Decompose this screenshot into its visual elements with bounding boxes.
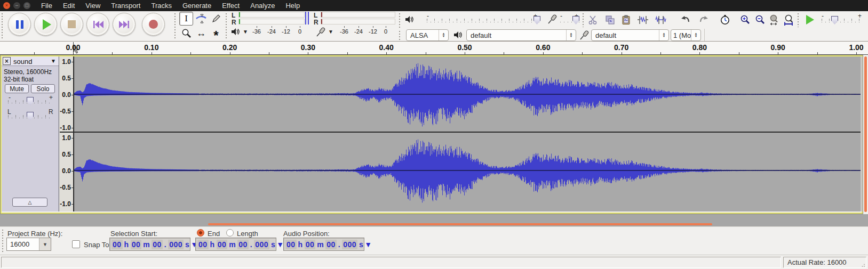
tools-toolbar-grip[interactable] — [174, 13, 177, 39]
playback-device-select[interactable]: default ▲▼ — [466, 29, 576, 41]
dropdown-arrow-icon[interactable]: ▼ — [39, 238, 51, 250]
recording-channels-select[interactable]: 1 (Mono) Inpu ▲▼ — [671, 29, 701, 41]
mixer-toolbar-grip[interactable] — [399, 13, 402, 29]
timeline-ruler[interactable]: 0.000.100.200.300.400.500.600.700.800.90… — [0, 42, 868, 55]
time-digit-group[interactable]: 00 — [112, 240, 123, 249]
fit-selection-button[interactable] — [767, 13, 781, 27]
time-digit-group[interactable]: 00 — [305, 240, 316, 249]
time-digit-group[interactable]: 00 — [217, 240, 228, 249]
envelope-tool-button[interactable] — [194, 12, 208, 26]
recording-meter-right-bar[interactable] — [321, 19, 395, 25]
horizontal-scrollbar-thumb[interactable] — [208, 223, 712, 225]
draw-tool-button[interactable] — [209, 12, 223, 26]
spinner-arrows-icon[interactable]: ▲▼ — [566, 30, 576, 40]
menu-item-analyze[interactable]: Analyze — [245, 2, 280, 10]
window-minimize-button[interactable]: – — [13, 2, 20, 9]
zoom-tool-button[interactable] — [179, 26, 193, 40]
menu-item-view[interactable]: View — [80, 2, 106, 10]
selection-toolbar-grip[interactable] — [2, 229, 5, 252]
multi-tool-button[interactable]: * — [209, 26, 223, 40]
skip-to-start-button[interactable] — [86, 13, 109, 36]
time-format-dropdown-arrow[interactable]: ▼ — [364, 240, 372, 249]
menu-item-transport[interactable]: Transport — [106, 2, 146, 10]
spinner-arrows-icon[interactable]: ▲▼ — [439, 30, 448, 40]
track-name[interactable]: sound — [13, 58, 32, 66]
skip-to-end-button[interactable] — [113, 13, 136, 36]
sync-lock-button[interactable] — [718, 13, 732, 27]
undo-button[interactable] — [679, 13, 692, 27]
play-at-speed-button[interactable] — [801, 13, 817, 27]
stop-button[interactable] — [60, 13, 83, 36]
transport-toolbar-grip[interactable] — [1, 13, 4, 39]
playback-speed-slider[interactable] — [822, 22, 862, 22]
time-digit-group[interactable]: 000 — [168, 240, 184, 249]
project-rate-select[interactable]: 16000 ▼ — [6, 238, 51, 251]
zoom-out-button[interactable] — [753, 13, 767, 27]
menu-item-tracks[interactable]: Tracks — [146, 2, 177, 10]
waveform-area[interactable] — [74, 56, 861, 211]
silence-audio-button[interactable] — [654, 13, 668, 27]
timeshift-tool-button[interactable]: ↔ — [194, 26, 208, 40]
recording-device-select[interactable]: default ▲▼ — [591, 29, 669, 41]
waveform-left-channel[interactable] — [74, 57, 861, 132]
meter-toolbar-grip[interactable] — [225, 13, 228, 39]
menu-item-effect[interactable]: Effect — [217, 2, 245, 10]
cut-button[interactable] — [586, 13, 600, 27]
waveform-right-channel[interactable] — [74, 133, 861, 208]
track-menu-dropdown-arrow[interactable]: ▼ — [51, 58, 56, 64]
vertical-scrollbar-thumb[interactable] — [864, 56, 867, 212]
resize-grip-icon[interactable] — [860, 264, 865, 268]
menu-item-edit[interactable]: Edit — [58, 2, 80, 10]
audio-host-select[interactable]: ALSA ▲▼ — [406, 29, 449, 41]
menu-item-help[interactable]: Help — [280, 2, 305, 10]
paste-button[interactable] — [619, 13, 633, 27]
pan-slider-thumb[interactable] — [27, 112, 34, 120]
menu-item-generate[interactable]: Generate — [177, 2, 217, 10]
time-digit-group[interactable]: 00 — [237, 240, 249, 249]
record-button[interactable] — [142, 13, 165, 36]
output-volume-slider-thumb[interactable] — [533, 16, 540, 25]
time-digit-group[interactable]: 00 — [325, 240, 337, 249]
recording-meter-dropdown-arrow[interactable]: ▼ — [328, 29, 333, 35]
vertical-ruler[interactable]: 1.00.50.0-0.5-1.01.00.50.0-0.5-1.0 — [60, 56, 74, 211]
time-digit-group[interactable]: 00 — [131, 240, 142, 249]
solo-button[interactable]: Solo — [31, 84, 55, 93]
playback-speed-slider-thumb[interactable] — [831, 16, 838, 25]
spinner-arrows-icon[interactable]: ▲▼ — [659, 30, 668, 40]
playback-meter-dropdown-arrow[interactable]: ▼ — [243, 29, 248, 35]
time-digit-group[interactable]: 00 — [285, 240, 297, 249]
input-volume-slider-thumb[interactable] — [572, 16, 579, 25]
transcription-toolbar-grip[interactable] — [797, 13, 800, 27]
time-digit-group[interactable]: 00 — [152, 240, 163, 249]
window-maximize-button[interactable]: □ — [23, 2, 30, 9]
selection-end-time-field[interactable]: 00h00m00.000s▼ — [195, 238, 276, 251]
pause-button[interactable] — [8, 13, 31, 36]
trim-audio-button[interactable] — [636, 13, 650, 27]
track-close-button[interactable]: × — [3, 57, 11, 65]
track-control-panel[interactable]: × sound ▼ Stereo, 16000Hz 32-bit float M… — [2, 56, 59, 211]
audio-position-time-field[interactable]: 00h00m00.000s▼ — [283, 238, 364, 251]
snap-to-checkbox[interactable] — [72, 240, 80, 248]
edit-toolbar-grip[interactable] — [582, 13, 585, 27]
time-digit-group[interactable]: 00 — [197, 240, 209, 249]
time-digit-group[interactable]: 000 — [342, 240, 357, 249]
time-digit-group[interactable]: 000 — [254, 240, 269, 249]
fit-project-button[interactable] — [782, 13, 796, 27]
selection-tool-button[interactable]: I — [179, 12, 193, 26]
selection-start-time-field[interactable]: 00h00m00.000s▼ — [109, 238, 190, 251]
playback-meter-left-bar[interactable] — [238, 12, 305, 18]
playback-meter-right-bar[interactable] — [238, 19, 305, 25]
recording-meter-left-bar[interactable] — [321, 12, 395, 18]
output-volume-slider[interactable] — [427, 22, 540, 22]
speaker-icon[interactable] — [231, 28, 240, 36]
play-button[interactable] — [34, 13, 57, 36]
selection-end-radio[interactable] — [197, 229, 204, 237]
gain-slider-thumb[interactable] — [27, 97, 34, 105]
mute-button[interactable]: Mute — [5, 84, 29, 93]
selection-length-radio[interactable] — [226, 229, 234, 237]
menu-item-file[interactable]: File — [36, 2, 58, 10]
microphone-icon[interactable] — [316, 27, 325, 37]
copy-button[interactable] — [603, 13, 617, 27]
window-close-button[interactable]: × — [3, 2, 10, 9]
track-collapse-button[interactable]: △ — [12, 198, 47, 207]
